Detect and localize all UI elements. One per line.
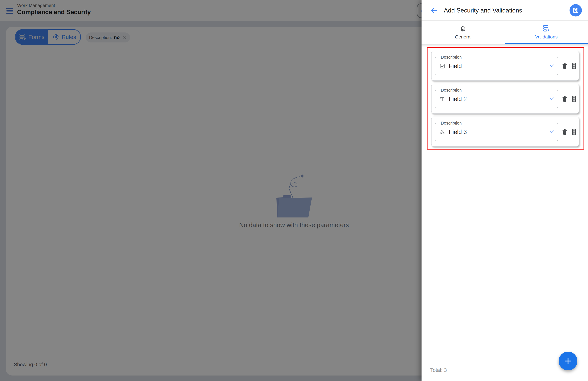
plus-icon xyxy=(564,357,572,365)
tabs-shadow xyxy=(421,44,588,47)
tab-validations[interactable]: Validations xyxy=(505,21,588,44)
tab-validations-label: Validations xyxy=(535,34,558,40)
drawer-header: Add Security and Validations xyxy=(421,0,588,21)
drawer-tabs: General Validations xyxy=(421,21,588,44)
save-button[interactable] xyxy=(569,4,582,17)
drawer-title: Add Security and Validations xyxy=(444,7,522,14)
back-arrow-icon[interactable] xyxy=(430,6,438,15)
annotation-highlight-box xyxy=(427,47,584,149)
total-count: Total: 3 xyxy=(430,367,447,373)
tab-general-label: General xyxy=(455,34,471,40)
tab-general[interactable]: General xyxy=(421,21,505,44)
save-icon xyxy=(572,7,579,14)
add-validation-button[interactable] xyxy=(559,352,577,370)
home-icon xyxy=(460,25,467,32)
active-tab-indicator xyxy=(505,43,588,44)
validations-icon xyxy=(543,25,550,32)
